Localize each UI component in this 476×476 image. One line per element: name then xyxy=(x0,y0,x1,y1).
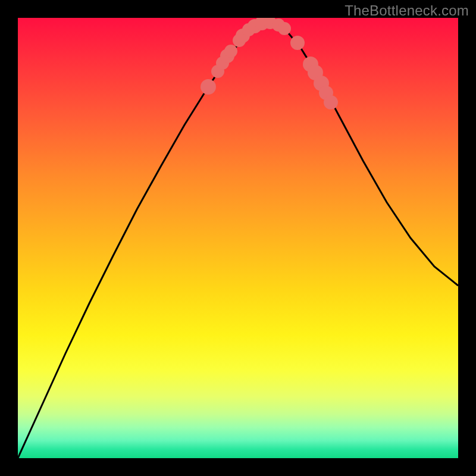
curve-svg xyxy=(18,18,458,458)
marker-layer xyxy=(201,18,338,109)
chart-frame: TheBottleneck.com xyxy=(0,0,476,476)
marker-5 xyxy=(224,45,237,58)
marker-13 xyxy=(278,22,291,35)
marker-19 xyxy=(324,95,338,109)
marker-1 xyxy=(201,79,216,95)
plot-area xyxy=(18,18,458,458)
watermark-text: TheBottleneck.com xyxy=(345,2,469,19)
marker-14 xyxy=(290,36,305,50)
bottleneck-curve xyxy=(18,23,458,458)
